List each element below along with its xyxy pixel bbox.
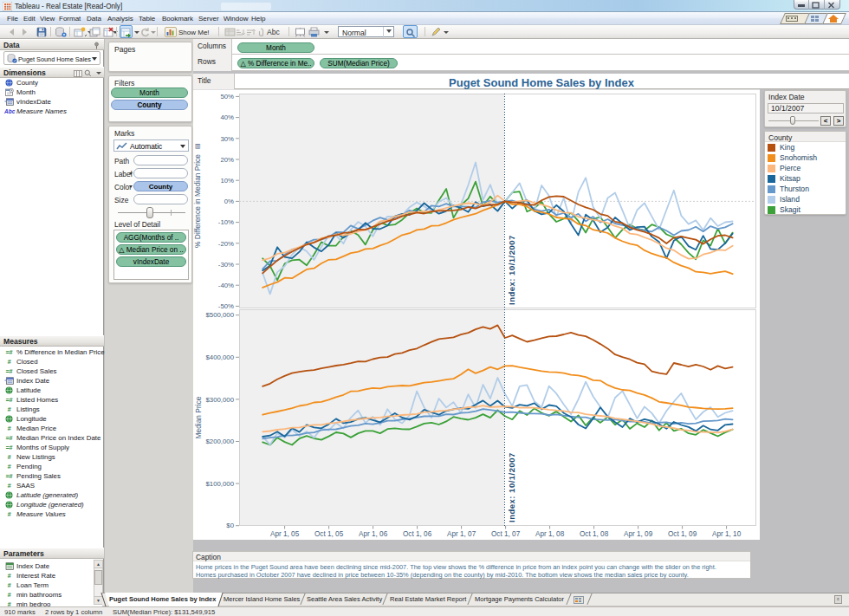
svg-text:Apr 1, 08: Apr 1, 08 [535, 530, 565, 538]
svg-text:-30%: -30% [218, 261, 234, 269]
svg-text:Apr 1, 06: Apr 1, 06 [359, 530, 388, 538]
svg-text:-50%: -50% [218, 302, 234, 310]
svg-text:Oct 1, 05: Oct 1, 05 [314, 530, 344, 538]
svg-text:Oct 1, 09: Oct 1, 09 [668, 530, 697, 538]
svg-text:-20%: -20% [218, 240, 234, 248]
svg-text:10%: 10% [220, 177, 234, 185]
svg-text:Oct 1, 06: Oct 1, 06 [403, 530, 432, 538]
svg-text:-10%: -10% [218, 218, 234, 226]
svg-text:$0: $0 [226, 522, 234, 529]
svg-text:$500,000: $500,000 [205, 311, 234, 319]
svg-text:▤: ▤ [194, 143, 200, 149]
svg-text:Oct 1, 07: Oct 1, 07 [491, 530, 521, 538]
svg-text:40%: 40% [220, 113, 234, 121]
svg-text:Median Price: Median Price [194, 396, 203, 438]
svg-text:Apr 1, 09: Apr 1, 09 [624, 530, 653, 538]
svg-text:20%: 20% [220, 156, 234, 164]
svg-text:Index: 10/1/2007: Index: 10/1/2007 [507, 452, 516, 522]
svg-text:$200,000: $200,000 [205, 438, 234, 445]
svg-text:0%: 0% [224, 198, 234, 205]
svg-text:$100,000: $100,000 [205, 480, 234, 488]
svg-text:-40%: -40% [218, 282, 234, 289]
svg-text:Index: 10/1/2007: Index: 10/1/2007 [507, 235, 516, 305]
svg-text:Apr 1, 05: Apr 1, 05 [270, 530, 300, 538]
svg-text:30%: 30% [220, 135, 234, 143]
svg-text:$400,000: $400,000 [205, 353, 234, 361]
svg-text:% Difference in Median Price: % Difference in Median Price [193, 154, 202, 248]
svg-text:50%: 50% [220, 93, 234, 101]
svg-text:Oct 1, 08: Oct 1, 08 [580, 530, 609, 538]
svg-text:Apr 1, 07: Apr 1, 07 [447, 530, 476, 538]
svg-text:Apr 1, 10: Apr 1, 10 [712, 530, 742, 538]
svg-text:$300,000: $300,000 [205, 396, 234, 404]
